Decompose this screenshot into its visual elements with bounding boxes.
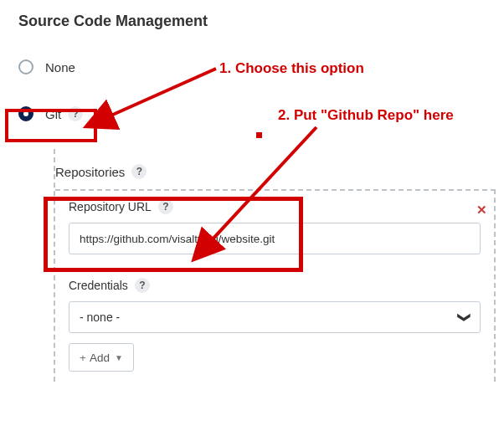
repo-url-label: Repository URL xyxy=(69,200,152,213)
credentials-label-row: Credentials ? xyxy=(69,278,481,293)
chevron-down-icon: ❯ xyxy=(457,312,472,323)
repositories-heading-label: Repositories xyxy=(55,165,125,179)
repo-url-label-row: Repository URL ? xyxy=(69,199,481,214)
help-icon[interactable]: ? xyxy=(131,164,147,179)
scm-option-git[interactable]: Git ? xyxy=(18,102,504,126)
radio-label-none: None xyxy=(45,60,75,74)
credentials-label: Credentials xyxy=(69,279,128,292)
radio-icon xyxy=(18,59,33,74)
section-title: Source Code Management xyxy=(0,0,504,30)
repositories-heading: Repositories ? xyxy=(55,149,504,189)
add-label: Add xyxy=(90,352,110,364)
credentials-value: - none - xyxy=(80,311,120,324)
help-icon[interactable]: ? xyxy=(158,199,173,214)
credentials-select[interactable]: - none - ❯ xyxy=(69,301,481,333)
help-icon[interactable]: ? xyxy=(135,278,150,293)
repository-card: ✕ Repository URL ? Credentials ? - none … xyxy=(55,189,496,382)
plus-icon: + xyxy=(80,352,86,364)
radio-icon xyxy=(18,106,33,121)
add-credentials-button[interactable]: + Add ▼ xyxy=(69,343,134,372)
help-icon[interactable]: ? xyxy=(68,106,83,121)
repo-url-input[interactable] xyxy=(69,223,481,254)
caret-down-icon: ▼ xyxy=(115,353,123,362)
close-icon[interactable]: ✕ xyxy=(476,203,487,218)
radio-label-git: Git xyxy=(45,107,61,121)
scm-option-none[interactable]: None xyxy=(18,55,504,79)
